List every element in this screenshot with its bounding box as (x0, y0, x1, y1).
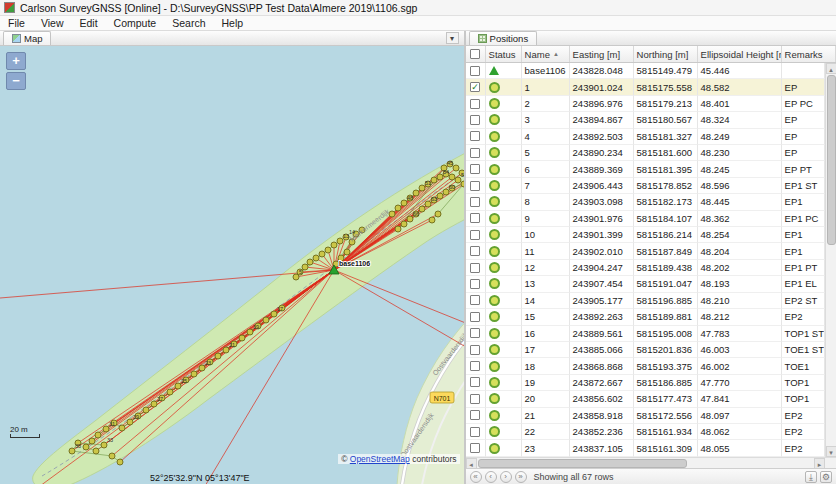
survey-point[interactable] (401, 221, 407, 227)
survey-point[interactable] (435, 211, 441, 217)
table-row-16[interactable]: 16243889.5615815195.00847.783TOP1 ST (466, 326, 825, 342)
survey-point[interactable] (429, 217, 435, 223)
survey-point[interactable] (95, 432, 101, 438)
row-checkbox[interactable] (470, 263, 480, 273)
column-header-northing[interactable]: Northing [m] (634, 46, 698, 62)
menu-item-edit[interactable]: Edit (72, 16, 106, 30)
row-checkbox[interactable] (470, 377, 480, 387)
row-checkbox[interactable] (470, 99, 480, 109)
row-checkbox[interactable] (470, 131, 480, 141)
survey-point[interactable] (302, 264, 308, 270)
row-checkbox[interactable] (470, 361, 480, 371)
table-row-10[interactable]: 10243901.3995815186.21448.254EP1 (466, 227, 825, 243)
table-row-base1106[interactable]: base1106243828.0485815149.47945.446 (466, 63, 825, 79)
survey-point[interactable] (449, 174, 455, 180)
survey-point[interactable] (344, 249, 350, 255)
table-row-22[interactable]: 22243852.2365815161.93448.062EP2 (466, 424, 825, 440)
openstreetmap-link[interactable]: OpenStreetMap (350, 454, 410, 464)
survey-point[interactable] (119, 425, 125, 431)
row-checkbox[interactable] (470, 115, 480, 125)
row-checkbox[interactable] (470, 181, 480, 191)
survey-point[interactable] (419, 206, 425, 212)
select-all-checkbox[interactable] (470, 49, 480, 59)
row-checkbox[interactable] (470, 410, 480, 420)
vertical-scrollbar[interactable]: ▴ ▾ (825, 63, 836, 457)
survey-point[interactable] (307, 259, 313, 265)
survey-point[interactable] (453, 165, 459, 171)
map-canvas[interactable]: 5131448515457606366454617192123252729313… (0, 46, 464, 484)
scroll-up-arrow[interactable]: ▴ (826, 63, 836, 74)
survey-point[interactable] (117, 459, 123, 465)
survey-point[interactable] (239, 335, 245, 341)
table-row-9[interactable]: 9243901.9765815184.10748.362EP1 PC (466, 211, 825, 227)
tab-map[interactable]: Map (3, 31, 51, 45)
column-header-status[interactable]: Status (486, 46, 522, 62)
row-checkbox[interactable] (470, 328, 480, 338)
table-row-7[interactable]: 7243906.4435815178.85248.596EP1 ST (466, 178, 825, 194)
table-row-18[interactable]: 18243868.8685815193.37546.002TOE1 (466, 358, 825, 374)
survey-point[interactable] (215, 353, 221, 359)
column-header-easting[interactable]: Easting [m] (570, 46, 634, 62)
row-checkbox[interactable] (470, 66, 480, 76)
survey-point[interactable] (191, 371, 197, 377)
row-checkbox[interactable] (470, 443, 480, 453)
table-row-21[interactable]: 21243858.9185815172.55648.097EP2 (466, 408, 825, 424)
survey-point[interactable] (395, 205, 401, 211)
column-header-name[interactable]: Name ▲ (522, 46, 570, 62)
row-checkbox[interactable] (470, 197, 480, 207)
next-page-button[interactable]: › (500, 471, 512, 483)
survey-point[interactable] (313, 255, 319, 261)
table-row-3[interactable]: 3243894.8675815180.56748.324EP (466, 112, 825, 128)
table-row-14[interactable]: 14243905.1775815196.88548.210EP2 ST (466, 293, 825, 309)
table-row-20[interactable]: 20243856.6025815177.47347.841TOP1 (466, 391, 825, 407)
table-row-17[interactable]: 17243885.0665815201.83646.003TOE1 ST (466, 342, 825, 358)
row-checkbox[interactable] (470, 279, 480, 289)
survey-point[interactable] (461, 181, 464, 187)
tab-positions[interactable]: Positions (469, 31, 538, 45)
survey-point[interactable] (83, 444, 89, 450)
survey-point[interactable] (395, 226, 401, 232)
row-checkbox[interactable] (470, 230, 480, 240)
row-checkbox[interactable] (470, 312, 480, 322)
survey-point[interactable] (89, 438, 95, 444)
table-row-6[interactable]: 6243889.3695815181.39548.245EP PT (466, 161, 825, 177)
row-checkbox[interactable] (470, 345, 480, 355)
column-header-ellipsoidal-height[interactable]: Ellipsoidal Height [m] (698, 46, 782, 62)
table-row-5[interactable]: 5243890.2345815181.60048.230EP (466, 145, 825, 161)
previous-page-button[interactable]: ‹ (485, 471, 497, 483)
settings-icon[interactable]: ⚙ (820, 471, 832, 483)
table-row-12[interactable]: 12243904.2475815189.43848.202EP1 PT (466, 260, 825, 276)
menu-item-compute[interactable]: Compute (106, 16, 165, 30)
first-page-button[interactable]: « (470, 471, 482, 483)
row-checkbox[interactable] (470, 394, 480, 404)
menu-item-search[interactable]: Search (164, 16, 213, 30)
scroll-left-arrow[interactable]: ◂ (466, 458, 477, 469)
horizontal-scrollbar[interactable]: ◂ ▸ (466, 457, 825, 468)
survey-point[interactable] (389, 211, 395, 217)
survey-point[interactable] (263, 317, 269, 323)
last-page-button[interactable]: » (515, 471, 527, 483)
table-row-1[interactable]: ✓1243901.0245815175.55848.582EP (466, 79, 825, 95)
column-header-remarks[interactable]: Remarks (782, 46, 836, 62)
table-row-23[interactable]: 23243837.1055815161.30948.055EP2 (466, 440, 825, 456)
menu-item-file[interactable]: File (0, 16, 33, 30)
survey-point[interactable] (319, 251, 325, 257)
survey-point[interactable] (437, 193, 443, 199)
scroll-right-arrow[interactable]: ▸ (814, 458, 825, 469)
row-checkbox[interactable]: ✓ (470, 82, 480, 92)
survey-point[interactable] (167, 389, 173, 395)
table-row-15[interactable]: 15243892.2635815189.88148.212EP2 (466, 309, 825, 325)
menu-item-help[interactable]: Help (213, 16, 251, 30)
zoom-in-button[interactable]: + (6, 52, 26, 70)
survey-point[interactable] (93, 448, 99, 454)
row-checkbox[interactable] (470, 427, 480, 437)
survey-point[interactable] (325, 247, 331, 253)
row-checkbox[interactable] (470, 213, 480, 223)
zoom-out-button[interactable]: − (6, 72, 26, 90)
table-row-19[interactable]: 19243872.6675815186.88547.770TOP1 (466, 375, 825, 391)
menu-item-view[interactable]: View (33, 16, 72, 30)
table-row-11[interactable]: 11243902.0105815187.84948.204EP1 (466, 243, 825, 259)
row-checkbox[interactable] (470, 246, 480, 256)
row-checkbox[interactable] (470, 148, 480, 158)
survey-point[interactable] (413, 190, 419, 196)
